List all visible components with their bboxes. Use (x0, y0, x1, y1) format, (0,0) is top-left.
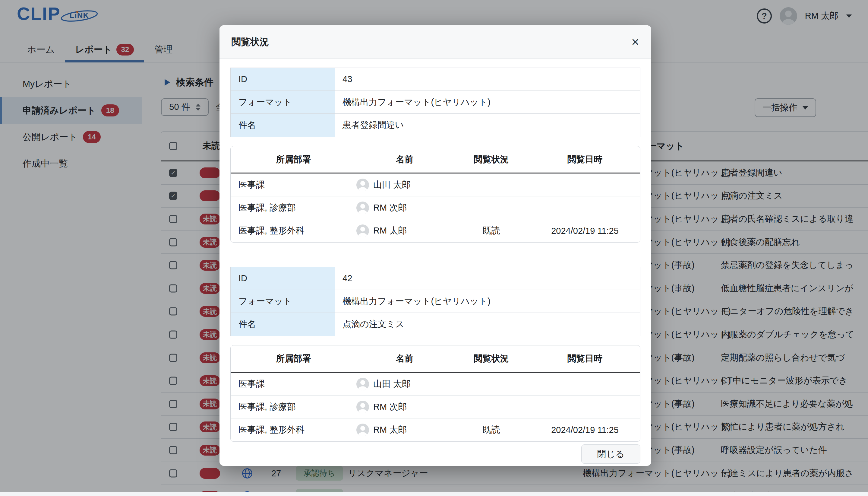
viewer-datetime: 2024/02/19 11:25 (530, 425, 640, 435)
viewer-name: RM 太郎 (356, 224, 453, 237)
info-row-format: フォーマット 機構出力フォーマット(ヒヤリハット) (231, 91, 640, 114)
viewer-dept: 医事課, 診療部 (231, 401, 356, 413)
info-value-format: 機構出力フォーマット(ヒヤリハット) (335, 290, 640, 313)
viewers-header-dept: 所属部署 (231, 353, 356, 365)
modal-footer: 閉じる (220, 442, 651, 466)
viewer-datetime: 2024/02/19 11:25 (530, 226, 640, 236)
viewer-dept: 医事課 (231, 378, 356, 390)
viewers-header-status: 閲覧状況 (453, 154, 530, 166)
info-row-subject: 件名 患者登録間違い (231, 114, 640, 137)
viewer-name-text: 山田 太郎 (373, 378, 411, 390)
viewer-row: 医事課 山田 太郎 (231, 373, 640, 396)
viewer-status: 既読 (453, 424, 530, 436)
viewer-row: 医事課, 整形外科 RM 太郎 既読 2024/02/19 11:25 (231, 418, 640, 441)
viewing-status-modal: 閲覧状況 × ID 43 フォーマット 機構出力フォーマット(ヒヤリハット) 件… (220, 25, 651, 466)
avatar (356, 224, 369, 237)
info-label-id: ID (231, 68, 335, 91)
viewer-row: 医事課, 診療部 RM 次郎 (231, 197, 640, 219)
info-value-format: 機構出力フォーマット(ヒヤリハット) (335, 91, 640, 113)
avatar (356, 378, 369, 390)
viewers-table: 所属部署 名前 閲覧状況 閲覧日時 医事課 山田 太郎 医事課, 診療部 RM … (230, 146, 640, 243)
viewer-name-text: RM 太郎 (373, 225, 407, 237)
viewer-name: RM 次郎 (356, 202, 453, 214)
viewer-name: 山田 太郎 (356, 378, 453, 390)
viewers-table-header: 所属部署 名前 閲覧状況 閲覧日時 (231, 345, 640, 373)
info-label-subject: 件名 (231, 114, 335, 137)
report-info-table: ID 42 フォーマット 機構出力フォーマット(ヒヤリハット) 件名 点滴の注文… (230, 267, 640, 336)
viewer-name: 山田 太郎 (356, 179, 453, 191)
viewer-dept: 医事課, 整形外科 (231, 225, 356, 237)
viewers-header-datetime: 閲覧日時 (530, 353, 640, 365)
report-info-table: ID 43 フォーマット 機構出力フォーマット(ヒヤリハット) 件名 患者登録間… (230, 67, 640, 137)
avatar (356, 179, 369, 191)
report-section: ID 43 フォーマット 機構出力フォーマット(ヒヤリハット) 件名 患者登録間… (230, 67, 640, 243)
viewer-row: 医事課 山田 太郎 (231, 173, 640, 197)
close-button[interactable]: 閉じる (581, 445, 640, 464)
viewer-dept: 医事課 (231, 179, 356, 191)
horizontal-scrollbar[interactable] (0, 492, 868, 496)
modal-header: 閲覧状況 × (220, 25, 651, 59)
info-row-subject: 件名 点滴の注文ミス (231, 313, 640, 336)
info-label-format: フォーマット (231, 290, 335, 313)
info-value-subject: 患者登録間違い (335, 114, 640, 137)
info-row-id: ID 43 (231, 68, 640, 91)
modal-title: 閲覧状況 (231, 36, 269, 48)
viewers-header-name: 名前 (356, 353, 453, 365)
viewer-name-text: 山田 太郎 (373, 179, 411, 191)
report-section: ID 42 フォーマット 機構出力フォーマット(ヒヤリハット) 件名 点滴の注文… (230, 267, 640, 442)
viewer-name-text: RM 次郎 (373, 202, 407, 214)
viewer-status: 既読 (453, 225, 530, 237)
viewer-name-text: RM 次郎 (373, 401, 407, 413)
info-value-id: 42 (335, 267, 640, 290)
viewers-header-dept: 所属部署 (231, 154, 356, 166)
info-label-subject: 件名 (231, 313, 335, 336)
info-label-id: ID (231, 267, 335, 290)
viewers-header-datetime: 閲覧日時 (530, 154, 640, 166)
avatar (356, 401, 369, 413)
info-row-format: フォーマット 機構出力フォーマット(ヒヤリハット) (231, 290, 640, 313)
viewer-row: 医事課, 診療部 RM 次郎 (231, 396, 640, 418)
viewer-row: 医事課, 整形外科 RM 太郎 既読 2024/02/19 11:25 (231, 219, 640, 242)
app-root: CLIP LiNK ? RM 太郎 ホーム レポート 32 管理 (0, 0, 868, 496)
avatar (356, 202, 369, 214)
viewer-dept: 医事課, 診療部 (231, 202, 356, 214)
info-label-format: フォーマット (231, 91, 335, 113)
viewer-name: RM 次郎 (356, 401, 453, 413)
viewer-name: RM 太郎 (356, 423, 453, 436)
viewers-header-name: 名前 (356, 154, 453, 166)
viewers-table: 所属部署 名前 閲覧状況 閲覧日時 医事課 山田 太郎 医事課, 診療部 RM … (230, 345, 640, 442)
avatar (356, 423, 369, 436)
viewer-dept: 医事課, 整形外科 (231, 424, 356, 436)
info-value-id: 43 (335, 68, 640, 91)
info-row-id: ID 42 (231, 267, 640, 290)
close-icon[interactable]: × (631, 35, 639, 49)
info-value-subject: 点滴の注文ミス (335, 313, 640, 336)
viewers-header-status: 閲覧状況 (453, 353, 530, 365)
viewers-table-header: 所属部署 名前 閲覧状況 閲覧日時 (231, 146, 640, 173)
viewer-name-text: RM 太郎 (373, 424, 407, 436)
modal-body: ID 43 フォーマット 機構出力フォーマット(ヒヤリハット) 件名 患者登録間… (220, 59, 651, 442)
